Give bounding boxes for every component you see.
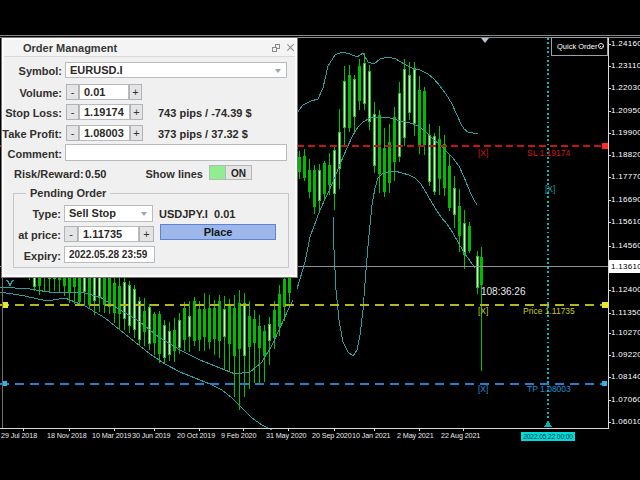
svg-text:[X]: [X] [478, 148, 488, 158]
svg-text:Price 1.11735: Price 1.11735 [523, 306, 575, 316]
svg-text:TP 1.08003: TP 1.08003 [527, 384, 571, 394]
svg-text:[X]: [X] [478, 384, 488, 394]
svg-text:SL 1.19174: SL 1.19174 [527, 148, 570, 158]
svg-text:[X]: [X] [545, 184, 555, 194]
svg-text:[X]: [X] [478, 306, 488, 316]
